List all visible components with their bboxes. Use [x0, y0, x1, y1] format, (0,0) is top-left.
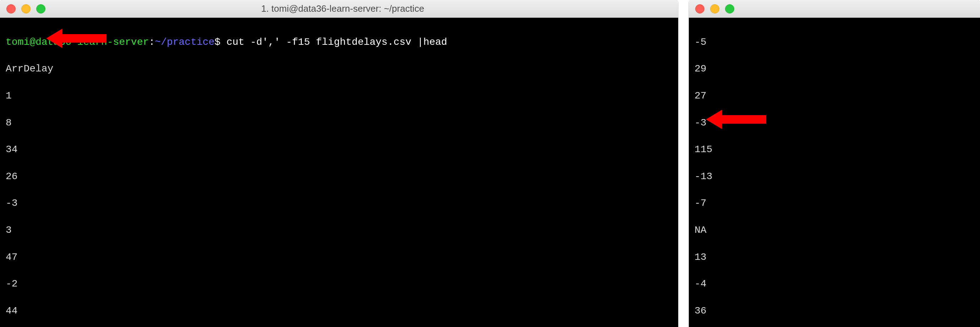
window-title: 1. tomi@data36-learn-server: ~/practice: [45, 3, 672, 14]
prompt-user-host: tomi@data36-learn-server: [6, 37, 149, 48]
prompt-path: ~/practice: [155, 37, 215, 48]
output-line: 29: [695, 62, 974, 76]
output-line: ArrDelay: [6, 62, 673, 76]
output-line: -7: [695, 196, 974, 210]
output-line: -5: [695, 35, 974, 49]
minimize-icon[interactable]: [21, 4, 30, 13]
output-line: -3: [695, 116, 974, 130]
minimize-icon[interactable]: [710, 4, 719, 13]
prompt-dollar: $: [215, 37, 221, 48]
output-line: 1: [6, 89, 673, 103]
traffic-lights: [6, 4, 45, 13]
terminal-body-left[interactable]: tomi@data36-learn-server:~/practice$ cut…: [0, 18, 678, 327]
output-line: 27: [695, 89, 974, 103]
close-icon[interactable]: [6, 4, 16, 13]
output-line: 26: [6, 170, 673, 183]
output-line: -3: [6, 196, 673, 210]
output-line: -4: [695, 277, 974, 291]
maximize-icon[interactable]: [725, 4, 734, 13]
output-line: 3: [6, 223, 673, 237]
terminal-window-right: -5 29 27 -3 115 -13 -7 NA 13 -4 36 -7 41: [689, 0, 980, 327]
maximize-icon[interactable]: [36, 4, 45, 13]
output-line: NA: [695, 223, 974, 237]
command-text: cut -d',' -f15 flightdelays.csv |head: [221, 37, 447, 48]
terminal-window-left: 1. tomi@data36-learn-server: ~/practice …: [0, 0, 678, 327]
titlebar[interactable]: 1. tomi@data36-learn-server: ~/practice: [0, 0, 678, 18]
prompt-separator: :: [149, 37, 155, 48]
prompt-line: tomi@data36-learn-server:~/practice$ cut…: [6, 35, 673, 49]
output-line: 47: [6, 250, 673, 264]
terminal-body-right[interactable]: -5 29 27 -3 115 -13 -7 NA 13 -4 36 -7 41: [689, 18, 980, 327]
output-line: 36: [695, 304, 974, 318]
output-line: -2: [6, 277, 673, 291]
output-line: 44: [6, 304, 673, 318]
output-line: 34: [6, 143, 673, 156]
close-icon[interactable]: [695, 4, 705, 13]
traffic-lights: [695, 4, 734, 13]
output-line: -13: [695, 170, 974, 183]
output-line: 8: [6, 116, 673, 130]
output-line: 13: [695, 250, 974, 264]
output-line: 115: [695, 143, 974, 156]
titlebar[interactable]: [689, 0, 980, 18]
